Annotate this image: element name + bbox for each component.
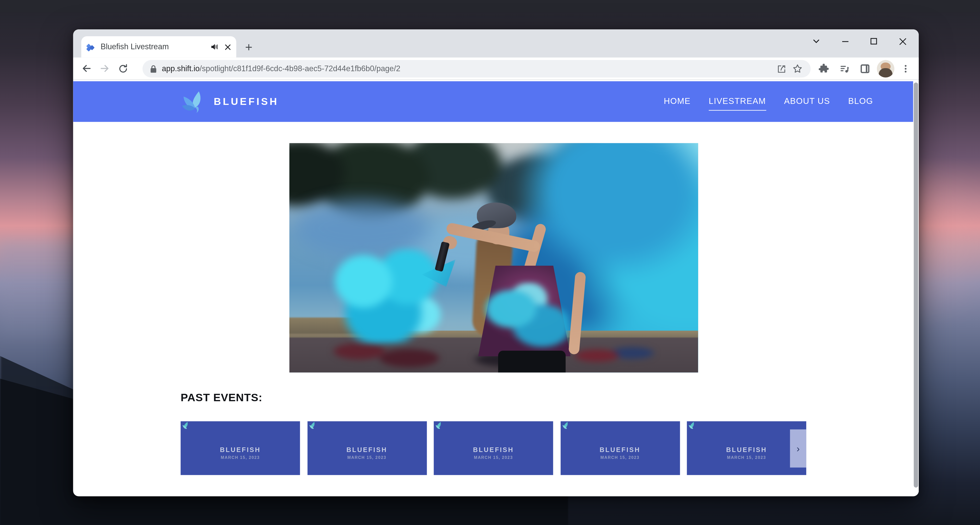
side-panel-icon[interactable]	[856, 59, 874, 78]
card-fish-icon	[309, 422, 317, 431]
past-events-row: BLUEFISH MARCH 15, 2023 BLUEFISH MARCH 1…	[181, 422, 806, 475]
event-card[interactable]: BLUEFISH MARCH 15, 2023	[434, 422, 553, 475]
page-scrollbar-track[interactable]	[913, 80, 919, 496]
browser-toolbar: app.shift.io/spotlight/c81f1d9f-6cdc-4b9…	[73, 57, 919, 80]
site-header: BLUEFISH HOME LIVESTREAM ABOUT US BLOG	[73, 81, 913, 122]
event-card-title: BLUEFISH	[473, 445, 514, 453]
desktop-wallpaper: Bluefish Livestream +	[0, 0, 980, 525]
event-card-date: MARCH 15, 2023	[600, 455, 640, 460]
card-fish-icon	[688, 422, 696, 431]
url-text: app.shift.io/spotlight/c81f1d9f-6cdc-4b9…	[162, 64, 773, 73]
nav-blog[interactable]: BLOG	[848, 96, 873, 107]
next-events-button[interactable]: ›	[790, 429, 807, 467]
hero-image	[290, 143, 698, 372]
minimize-button[interactable]	[831, 29, 859, 53]
url-path: /spotlight/c81f1d9f-6cdc-4b98-aec5-72d44…	[200, 64, 400, 73]
card-fish-icon	[435, 422, 443, 431]
event-card[interactable]: BLUEFISH MARCH 15, 2023	[560, 422, 680, 475]
card-fish-icon	[182, 422, 190, 431]
past-events-heading: PAST EVENTS:	[181, 391, 262, 404]
event-card-date: MARCH 15, 2023	[221, 455, 260, 460]
forward-icon[interactable]	[96, 59, 114, 78]
site-nav: HOME LIVESTREAM ABOUT US BLOG	[664, 96, 873, 107]
event-card[interactable]: BLUEFISH MARCH 15, 2023 ›	[687, 422, 806, 475]
close-window-button[interactable]	[888, 29, 917, 53]
event-card[interactable]: BLUEFISH MARCH 15, 2023	[181, 422, 300, 475]
tab-title: Bluefish Livestream	[100, 43, 210, 51]
tab-close-icon[interactable]	[224, 43, 231, 50]
event-card-date: MARCH 15, 2023	[347, 455, 387, 460]
bookmark-star-icon[interactable]	[789, 61, 806, 77]
event-card[interactable]: BLUEFISH MARCH 15, 2023	[307, 422, 427, 475]
brand-name: BLUEFISH	[214, 96, 279, 107]
lock-icon[interactable]	[150, 65, 157, 73]
browser-window: Bluefish Livestream +	[73, 29, 919, 496]
event-card-title: BLUEFISH	[347, 445, 387, 453]
page-content: BLUEFISH HOME LIVESTREAM ABOUT US BLOG	[73, 80, 919, 496]
maximize-button[interactable]	[859, 29, 888, 53]
event-card-title: BLUEFISH	[220, 445, 261, 453]
event-card-title: BLUEFISH	[600, 445, 640, 453]
desktop-top-strip	[0, 0, 980, 13]
card-fish-icon	[562, 422, 570, 431]
nav-livestream[interactable]: LIVESTREAM	[709, 96, 766, 110]
extensions-puzzle-icon[interactable]	[815, 59, 833, 78]
tab-favicon-bluefish-icon	[86, 42, 96, 52]
share-icon[interactable]	[773, 61, 789, 77]
window-controls	[802, 29, 917, 57]
nav-about-us[interactable]: ABOUT US	[784, 96, 830, 107]
media-controls-icon[interactable]	[835, 59, 854, 78]
tab-strip: Bluefish Livestream +	[73, 29, 919, 57]
site-logo[interactable]: BLUEFISH	[181, 90, 279, 113]
event-card-date: MARCH 15, 2023	[727, 455, 766, 460]
tab-audio-icon[interactable]	[210, 43, 219, 51]
browser-tab[interactable]: Bluefish Livestream	[81, 36, 236, 57]
tab-search-chevron-icon[interactable]	[802, 29, 831, 53]
url-bar[interactable]: app.shift.io/spotlight/c81f1d9f-6cdc-4b9…	[142, 60, 811, 78]
bluefish-logo-icon	[181, 90, 210, 113]
nav-home[interactable]: HOME	[664, 96, 690, 107]
page-scrollbar-thumb[interactable]	[914, 83, 918, 487]
new-tab-button[interactable]: +	[240, 38, 258, 56]
profile-avatar[interactable]	[877, 60, 894, 78]
browser-menu-icon[interactable]	[896, 59, 915, 78]
event-card-title: BLUEFISH	[726, 445, 767, 453]
event-card-date: MARCH 15, 2023	[474, 455, 513, 460]
url-domain: app.shift.io	[162, 64, 200, 73]
reload-icon[interactable]	[114, 59, 132, 78]
back-icon[interactable]	[78, 59, 96, 78]
